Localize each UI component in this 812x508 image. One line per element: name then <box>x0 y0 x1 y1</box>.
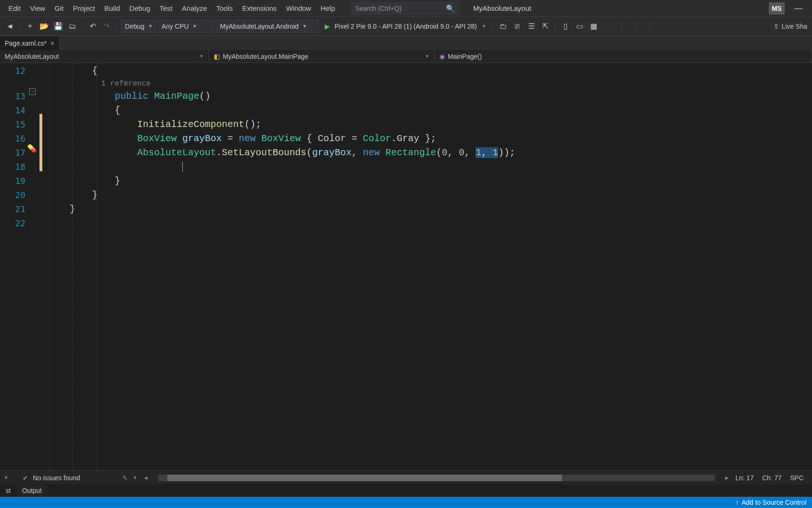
add-source-control-button[interactable]: Add to Source Control <box>742 499 806 506</box>
code-line[interactable]: { <box>47 64 812 78</box>
panel-tab-output[interactable]: Output <box>16 485 47 496</box>
menu-project[interactable]: Project <box>68 1 100 15</box>
menu-window[interactable]: Window <box>281 1 316 15</box>
panel-tab[interactable]: st <box>0 485 16 496</box>
chevron-down-icon[interactable]: ▼ <box>133 475 137 480</box>
separator <box>555 21 556 32</box>
code-line[interactable]: BoxView grayBox = new BoxView { Color = … <box>47 132 812 146</box>
menu-tools[interactable]: Tools <box>211 1 237 15</box>
menu-debug[interactable]: Debug <box>125 1 155 15</box>
indent-mode[interactable]: SPC <box>790 474 804 482</box>
toolbar-icon[interactable]: ⋮ <box>602 20 614 32</box>
user-badge[interactable]: MS <box>769 2 785 15</box>
toolbar-icon[interactable]: ⋮ <box>616 20 628 32</box>
code-content[interactable]: { 1 reference public MainPage() { Initia… <box>47 63 812 470</box>
separator <box>20 21 20 32</box>
scroll-left-icon[interactable]: ◄ <box>142 475 149 481</box>
editor-tab[interactable]: Page.xaml.cs* × <box>0 36 60 50</box>
tab-filename: Page.xaml.cs* <box>5 40 47 47</box>
codelens-reference[interactable]: 1 reference <box>47 78 812 89</box>
chevron-down-icon: ▼ <box>302 24 307 29</box>
separator <box>493 21 493 32</box>
toolbar-icon[interactable]: ⎚ <box>511 20 523 32</box>
undo-icon[interactable]: ↶ <box>86 20 99 32</box>
char-position[interactable]: Ch: 77 <box>762 474 781 482</box>
nav-project-label: MyAbsoluteLayout <box>5 53 59 60</box>
horizontal-scrollbar[interactable] <box>158 475 715 481</box>
code-editor[interactable]: 1213141516171819202122 − 💊 { 1 reference… <box>0 63 812 470</box>
toolbar-icon[interactable]: ▦ <box>588 20 600 32</box>
solution-name-label: MyAbsoluteLayout <box>473 4 531 12</box>
brush-icon[interactable]: ✎ <box>122 474 128 482</box>
navigation-bar: MyAbsoluteLayout ▼ ◧ MyAbsoluteLayout.Ma… <box>0 50 812 63</box>
line-position[interactable]: Ln: 17 <box>735 474 754 482</box>
menu-build[interactable]: Build <box>100 1 125 15</box>
nav-class-dropdown[interactable]: ◧ MyAbsoluteLayout.MainPage ▼ <box>209 50 435 63</box>
nav-project-dropdown[interactable]: MyAbsoluteLayout ▼ <box>0 50 209 63</box>
toolbar-icon[interactable]: ☰ <box>525 20 538 32</box>
text-cursor <box>182 162 183 172</box>
open-icon[interactable]: 📂 <box>38 20 50 32</box>
platform-label: Any CPU <box>162 23 189 30</box>
bottom-panel-tabs: st Output <box>0 484 812 497</box>
editor-status-bar: ▼ ✔ No issues found ✎ ▼ ◄ ► Ln: 17 Ch: 7… <box>0 470 812 484</box>
menu-test[interactable]: Test <box>155 1 178 15</box>
live-share-label: Live Sha <box>782 23 807 30</box>
toolbar-icon[interactable]: ▭ <box>574 20 586 32</box>
class-icon: ◧ <box>214 53 220 60</box>
new-project-icon[interactable]: ＋ <box>24 20 36 32</box>
code-line[interactable]: public MainPage() <box>47 89 812 103</box>
toolbar: ◄ ＋ 📂 💾 🗂 ↶ ↷ Debug▼ Any CPU▼ MyAbsolute… <box>0 17 812 36</box>
fold-toggle[interactable]: − <box>29 88 36 95</box>
menu-edit[interactable]: Edit <box>4 1 25 15</box>
nav-member-dropdown[interactable]: ◉ MainPage() <box>435 50 812 63</box>
search-placeholder: Search (Ctrl+Q) <box>355 5 401 12</box>
up-arrow-icon: ↑ <box>735 499 739 506</box>
code-line[interactable] <box>47 216 812 230</box>
chevron-down-icon: ▼ <box>148 24 153 29</box>
startup-project-dropdown[interactable]: MyAbsoluteLayout.Android▼ <box>216 20 319 33</box>
lightbulb-icon[interactable]: 💊 <box>27 144 37 153</box>
code-line[interactable]: } <box>47 188 812 202</box>
toolbar-icon[interactable]: ⇱ <box>539 20 552 32</box>
toolbar-icon[interactable]: ▯ <box>560 20 572 32</box>
menu-analyze[interactable]: Analyze <box>177 1 211 15</box>
search-icon: 🔍 <box>446 4 455 13</box>
save-all-icon[interactable]: 🗂 <box>66 20 78 32</box>
nav-member-label: MainPage() <box>448 53 482 60</box>
code-line[interactable] <box>47 160 812 174</box>
menu-help[interactable]: Help <box>316 1 340 15</box>
startup-project-label: MyAbsoluteLayout.Android <box>220 23 298 30</box>
scroll-right-icon[interactable]: ► <box>723 475 731 481</box>
dropdown-icon[interactable]: ▼ <box>4 475 8 480</box>
separator <box>117 21 117 32</box>
menu-git[interactable]: Git <box>50 1 68 15</box>
ok-icon: ✔ <box>23 474 28 482</box>
configuration-dropdown[interactable]: Debug▼ <box>121 20 156 33</box>
minimize-icon[interactable]: — <box>794 3 803 13</box>
menu-extensions[interactable]: Extensions <box>237 1 281 15</box>
device-label[interactable]: Pixel 2 Pie 9.0 - API 28 (1) (Android 9.… <box>335 23 477 30</box>
menu-bar: Edit View Git Project Build Debug Test A… <box>0 0 812 17</box>
line-number-gutter: 1213141516171819202122 <box>0 63 28 470</box>
toolbar-icon[interactable]: 🗀 <box>497 20 509 32</box>
chevron-down-icon[interactable]: ▼ <box>482 24 486 29</box>
platform-dropdown[interactable]: Any CPU▼ <box>157 20 214 33</box>
menu-view[interactable]: View <box>25 1 50 15</box>
redo-icon[interactable]: ↷ <box>101 20 113 32</box>
search-input[interactable]: Search (Ctrl+Q) 🔍 <box>351 2 459 15</box>
code-line[interactable]: InitializeComponent(); <box>47 118 812 132</box>
code-line[interactable]: { <box>47 103 812 118</box>
save-icon[interactable]: 💾 <box>52 20 64 32</box>
code-line[interactable]: } <box>47 202 812 216</box>
code-line[interactable]: AbsoluteLayout.SetLayoutBounds(grayBox, … <box>47 146 812 160</box>
live-share-button[interactable]: ⇪ Live Sha <box>773 23 807 30</box>
back-button[interactable]: ◄ <box>4 20 16 32</box>
code-line[interactable]: } <box>47 174 812 188</box>
toolbar-icon[interactable]: ⋮ <box>630 20 642 32</box>
start-debug-button[interactable]: ▶ <box>325 23 330 30</box>
toolbar-icon[interactable]: ⋮ <box>644 20 656 32</box>
scrollbar-thumb[interactable] <box>167 475 562 481</box>
issues-label[interactable]: No issues found <box>33 474 80 482</box>
close-icon[interactable]: × <box>50 40 54 47</box>
